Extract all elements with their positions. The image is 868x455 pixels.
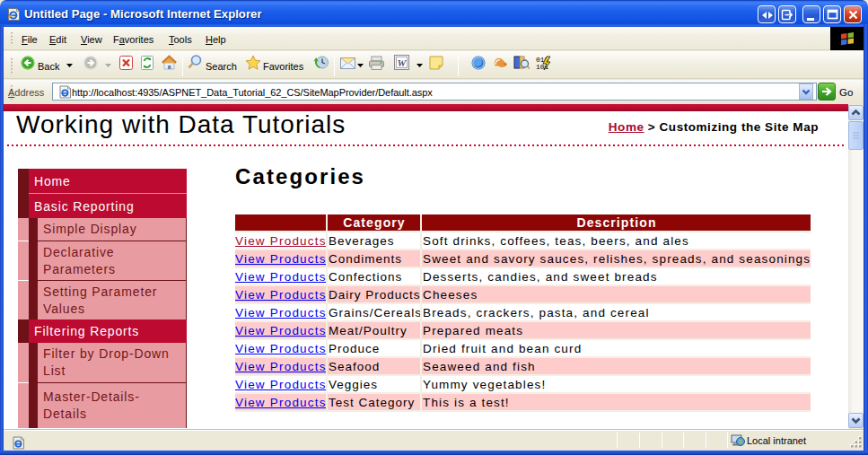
svg-text:W: W	[398, 57, 408, 68]
